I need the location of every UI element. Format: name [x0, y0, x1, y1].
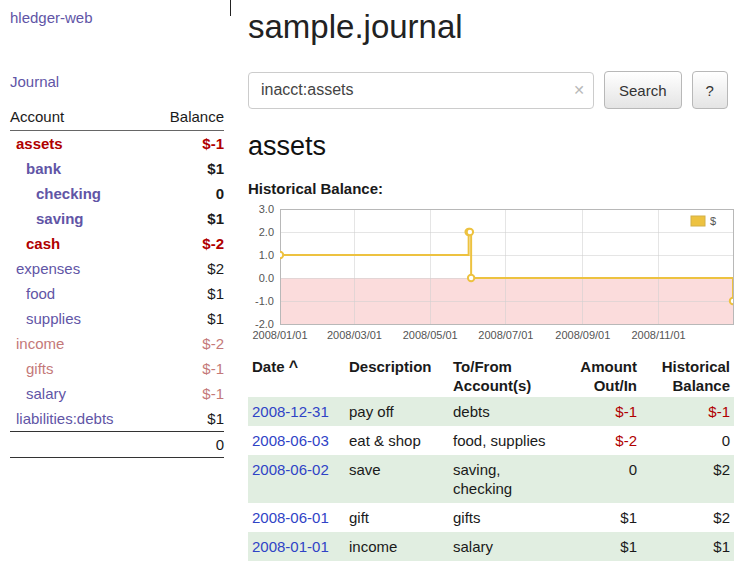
- page-title: sample.journal: [248, 8, 734, 46]
- account-name-cell: bank: [10, 156, 150, 181]
- account-row: supplies$1: [10, 306, 224, 331]
- account-name-cell: salary: [10, 381, 150, 406]
- account-link[interactable]: liabilities:debts: [16, 410, 114, 427]
- transaction-accounts: salary: [449, 532, 561, 561]
- account-name-cell: gifts: [10, 356, 150, 381]
- svg-text:1.0: 1.0: [259, 249, 274, 261]
- account-link[interactable]: food: [26, 285, 55, 302]
- account-balance: $1: [150, 206, 224, 231]
- account-link[interactable]: expenses: [16, 260, 80, 277]
- account-balance: $1: [150, 156, 224, 181]
- account-name-cell: supplies: [10, 306, 150, 331]
- account-name-cell: saving: [10, 206, 150, 231]
- register-header-balance: Historical Balance: [641, 355, 734, 397]
- search-box: ✕: [248, 72, 594, 109]
- transaction-date-link[interactable]: 2008-12-31: [252, 403, 329, 420]
- transaction-date-cell: 2008-12-31: [248, 397, 345, 426]
- account-row: expenses$2: [10, 256, 224, 281]
- account-link[interactable]: checking: [36, 185, 101, 202]
- register-header-amount: Amount Out/In: [561, 355, 641, 397]
- account-name-cell: cash: [10, 231, 150, 256]
- account-link[interactable]: cash: [26, 235, 60, 252]
- register-row: 2008-06-02savesaving, checking0$2: [248, 455, 734, 503]
- account-link[interactable]: gifts: [26, 360, 54, 377]
- account-balance: 0: [150, 181, 224, 206]
- account-balance: $2: [150, 256, 224, 281]
- help-button[interactable]: ?: [692, 71, 728, 109]
- transaction-amount: 0: [561, 455, 641, 503]
- account-row: checking0: [10, 181, 224, 206]
- svg-text:0.0: 0.0: [259, 272, 274, 284]
- transaction-date-link[interactable]: 2008-01-01: [252, 538, 329, 555]
- account-name-cell: food: [10, 281, 150, 306]
- transaction-description: eat & shop: [345, 426, 449, 455]
- accounts-header-balance: Balance: [150, 104, 224, 131]
- account-balance: $-1: [150, 381, 224, 406]
- transaction-accounts: debts: [449, 397, 561, 426]
- sort-ascending-icon: ^: [289, 358, 298, 375]
- transaction-amount: $1: [561, 503, 641, 532]
- svg-text:2.0: 2.0: [259, 226, 274, 238]
- account-row: cash$-2: [10, 231, 224, 256]
- svg-text:2008/03/01: 2008/03/01: [327, 329, 382, 341]
- transaction-accounts: gifts: [449, 503, 561, 532]
- account-name-cell: expenses: [10, 256, 150, 281]
- transaction-date-link[interactable]: 2008-06-01: [252, 509, 329, 526]
- svg-text:2008/09/01: 2008/09/01: [555, 329, 610, 341]
- account-row: income$-2: [10, 331, 224, 356]
- account-link[interactable]: bank: [26, 160, 61, 177]
- account-balance: $1: [150, 406, 224, 432]
- transaction-balance: $1: [641, 532, 734, 561]
- account-row: food$1: [10, 281, 224, 306]
- accounts-header-row: Account Balance: [10, 104, 224, 131]
- account-link[interactable]: supplies: [26, 310, 81, 327]
- search-button[interactable]: Search: [604, 71, 682, 109]
- journal-nav-link[interactable]: Journal: [10, 73, 224, 90]
- svg-text:-1.0: -1.0: [255, 295, 274, 307]
- transaction-date-link[interactable]: 2008-06-03: [252, 432, 329, 449]
- account-link[interactable]: saving: [36, 210, 84, 227]
- account-link[interactable]: salary: [26, 385, 66, 402]
- account-link[interactable]: income: [16, 335, 64, 352]
- account-heading: assets: [248, 131, 734, 162]
- accounts-table: Account Balance assets$-1bank$1checking0…: [10, 104, 224, 458]
- transaction-description: pay off: [345, 397, 449, 426]
- register-header-accounts: To/From Account(s): [449, 355, 561, 397]
- chart-heading: Historical Balance:: [248, 180, 734, 197]
- transaction-accounts: food, supplies: [449, 426, 561, 455]
- svg-text:$: $: [710, 215, 716, 227]
- accounts-header-account: Account: [10, 104, 150, 131]
- account-balance: $1: [150, 281, 224, 306]
- sidebar: hledger-web Journal Account Balance asse…: [0, 0, 230, 582]
- account-link[interactable]: assets: [16, 135, 63, 152]
- main-panel: sample.journal ✕ Search ? assets Histori…: [230, 0, 742, 582]
- search-input[interactable]: [248, 72, 594, 109]
- transaction-balance: 0: [641, 426, 734, 455]
- register-header-row: Date ^ Description To/From Account(s) Am…: [248, 355, 734, 397]
- register-table: Date ^ Description To/From Account(s) Am…: [248, 355, 734, 561]
- account-row: bank$1: [10, 156, 224, 181]
- divider: [230, 0, 231, 16]
- transaction-accounts: saving, checking: [449, 455, 561, 503]
- transaction-amount: $-1: [561, 397, 641, 426]
- account-row: liabilities:debts$1: [10, 406, 224, 432]
- account-row: saving$1: [10, 206, 224, 231]
- transaction-balance: $-1: [641, 397, 734, 426]
- register-row: 2008-06-03eat & shopfood, supplies$-20: [248, 426, 734, 455]
- historical-balance-chart: 3.02.01.00.0-1.0-2.02008/01/012008/03/01…: [248, 201, 734, 343]
- search-form: ✕ Search ?: [248, 71, 734, 109]
- transaction-date-link[interactable]: 2008-06-02: [252, 461, 329, 478]
- clear-search-icon[interactable]: ✕: [573, 83, 585, 97]
- account-row: assets$-1: [10, 131, 224, 157]
- register-header-date[interactable]: Date ^: [248, 355, 345, 397]
- app-window: hledger-web Journal Account Balance asse…: [0, 0, 742, 582]
- app-brand-link[interactable]: hledger-web: [10, 9, 224, 26]
- svg-text:3.0: 3.0: [259, 203, 274, 215]
- account-name-cell: assets: [10, 131, 150, 157]
- svg-text:2008/07/01: 2008/07/01: [478, 329, 533, 341]
- account-name-cell: checking: [10, 181, 150, 206]
- accounts-total-row: 0: [10, 432, 224, 458]
- date-header-label: Date: [252, 358, 285, 375]
- accounts-total-spacer: [10, 432, 150, 458]
- register-row: 2008-12-31pay offdebts$-1$-1: [248, 397, 734, 426]
